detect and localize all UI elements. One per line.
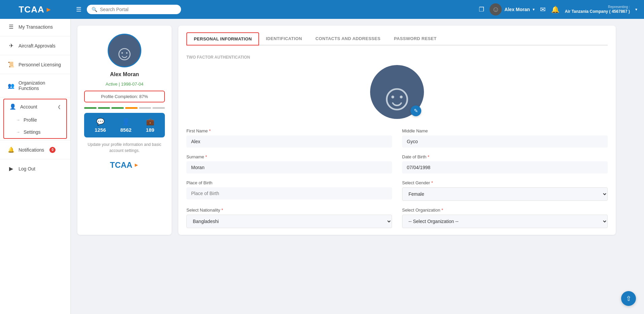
top-navigation: TCAA ► ☰ 🔍 ❐ ☺ Alex Moran ▾ ✉ 🔔 Represen…: [0, 0, 644, 19]
person-icon: 👤: [122, 118, 130, 126]
organization-select[interactable]: -- Select Organization --: [402, 215, 608, 228]
surname-label: Surname *: [186, 154, 392, 159]
sidebar-item-logout[interactable]: ▶ Log Out: [0, 161, 70, 177]
dob-group: Date of Birth *: [402, 154, 608, 174]
account-chevron-icon: ❮: [58, 104, 61, 109]
sidebar-item-notifications[interactable]: 🔔 Notifications 0: [0, 142, 70, 158]
tab-personal-information[interactable]: PERSONAL INFORMATION: [186, 32, 259, 45]
briefcase-icon: 💼: [146, 118, 154, 126]
progress-seg-4: [125, 107, 138, 109]
profile-status: Active | 1998-07-04: [106, 82, 144, 87]
nationality-select[interactable]: Bangladeshi Tanzanian Kenyan: [186, 215, 392, 228]
notifications-icon: 🔔: [8, 147, 14, 153]
profile-name: Alex Moran: [110, 71, 139, 77]
sidebar-item-aircraft-approvals[interactable]: ✈ Aircraft Approvals: [0, 38, 70, 54]
user-block[interactable]: ☺ Alex Moran ▾: [490, 3, 534, 15]
place-of-birth-input[interactable]: [186, 187, 392, 199]
menu-icon[interactable]: ☰: [71, 6, 87, 13]
tcaa-logo-text: TCAA: [110, 160, 133, 170]
scroll-to-top-button[interactable]: ⇧: [621, 291, 636, 306]
profile-card: ☺ Alex Moran Active | 1998-07-04 Profile…: [77, 26, 172, 235]
required-marker: *: [208, 128, 211, 133]
tab-password-reset[interactable]: PASSWORD RESET: [387, 32, 443, 45]
gender-group: Select Gender * Female Male Other: [402, 180, 608, 201]
profile-label: Profile: [24, 117, 37, 123]
account-label: Account: [20, 104, 37, 109]
progress-seg-3: [111, 107, 124, 109]
surname-input[interactable]: [186, 161, 392, 174]
middle-name-input[interactable]: [402, 135, 608, 148]
logout-label: Log Out: [19, 166, 35, 171]
first-name-group: First Name *: [186, 128, 392, 148]
profile-desc: Update your profile information and basi…: [84, 142, 165, 154]
org-required: *: [440, 208, 443, 213]
middle-name-label: Middle Name: [402, 128, 608, 133]
stat-item-2: 👤 8562: [120, 118, 131, 133]
fullscreen-icon[interactable]: ❐: [479, 6, 484, 13]
topnav-right: ❐ ☺ Alex Moran ▾ ✉ 🔔 Representing : Air …: [479, 3, 644, 15]
gender-label: Select Gender *: [402, 180, 608, 185]
email-icon[interactable]: ✉: [540, 5, 546, 13]
user-dropdown-icon: ▾: [533, 7, 535, 12]
bell-icon[interactable]: 🔔: [551, 5, 560, 13]
notifications-badge: 0: [49, 147, 56, 153]
logo-block: TCAA ►: [0, 0, 71, 19]
gender-required: *: [430, 180, 433, 185]
sidebar-item-settings[interactable]: → Settings: [4, 126, 66, 138]
profile-avatar: ☺: [108, 34, 141, 67]
sidebar-item-personnel-licensing[interactable]: 📜 Personnel Licensing: [0, 57, 70, 72]
chat-icon: 💬: [96, 118, 105, 126]
sidebar-item-profile[interactable]: → Profile: [4, 114, 66, 126]
progress-seg-2: [98, 107, 110, 109]
profile-arrow-icon: →: [16, 118, 20, 122]
nationality-group: Select Nationality * Bangladeshi Tanzani…: [186, 208, 392, 228]
tab-contacts-and-addresses[interactable]: CONTACTS AND ADDRESSES: [309, 32, 387, 45]
company-dropdown-icon[interactable]: ▾: [635, 7, 637, 12]
dob-input[interactable]: [402, 161, 608, 174]
avatar-section: ☺ ✎: [186, 65, 608, 119]
tab-two-factor-authentication[interactable]: TWO FACTOR AUTHENTICATION: [186, 52, 257, 60]
place-of-birth-group: Place of Birth: [186, 180, 392, 201]
user-avatar: ☺: [490, 3, 502, 15]
content-grid: ☺ Alex Moran Active | 1998-07-04 Profile…: [77, 26, 616, 235]
avatar-edit-button[interactable]: ✎: [410, 105, 421, 116]
aircraft-icon: ✈: [8, 42, 14, 49]
logo-text: TCAA: [19, 4, 44, 15]
profile-completion-box: Profile Completion: 87%: [84, 91, 165, 102]
organization-group: Select Organization * -- Select Organiza…: [402, 208, 608, 228]
personnel-icon: 📜: [8, 61, 14, 68]
form-card: PERSONAL INFORMATION IDENTIFICATION CONT…: [178, 26, 616, 235]
stat-value-1: 1256: [95, 127, 106, 133]
place-of-birth-label: Place of Birth: [186, 180, 392, 185]
sidebar-item-organization-functions[interactable]: 👥 Organization Functions: [0, 75, 70, 96]
search-input[interactable]: [100, 7, 176, 12]
dob-required: *: [426, 154, 429, 159]
tcaa-logo-block: TCAA ►: [110, 160, 139, 170]
logout-icon: ▶: [8, 165, 14, 172]
tab-identification[interactable]: IDENTIFICATION: [259, 32, 309, 45]
account-icon: 👤: [9, 103, 16, 110]
middle-name-group: Middle Name: [402, 128, 608, 148]
tcaa-logo-arrow-icon: ►: [134, 162, 139, 168]
sidebar-label-my-transactions: My Transactions: [19, 24, 53, 30]
first-name-input[interactable]: [186, 135, 392, 148]
avatar-silhouette-icon: ☺: [114, 43, 135, 63]
form-tabs: PERSONAL INFORMATION IDENTIFICATION CONT…: [186, 32, 608, 45]
sidebar-label-org-functions: Organization Functions: [19, 80, 64, 91]
sidebar: ☰ My Transactions ✈ Aircraft Approvals 📜…: [0, 19, 71, 314]
organization-label: Select Organization *: [402, 208, 608, 213]
dob-label: Date of Birth *: [402, 154, 608, 159]
sidebar-item-my-transactions[interactable]: ☰ My Transactions: [0, 19, 70, 35]
org-icon: 👥: [8, 83, 14, 89]
stat-item-1: 💬 1256: [95, 118, 106, 133]
nationality-label: Select Nationality *: [186, 208, 392, 213]
gender-select[interactable]: Female Male Other: [402, 187, 608, 201]
sidebar-account-parent[interactable]: 👤 Account ❮: [4, 99, 66, 114]
settings-label: Settings: [24, 129, 41, 135]
representing-label: Representing :: [565, 5, 630, 9]
sidebar-label-aircraft-approvals: Aircraft Approvals: [19, 43, 56, 49]
logo-arrow-icon: ►: [45, 6, 52, 13]
search-icon: 🔍: [92, 7, 97, 12]
sidebar-label-personnel-licensing: Personnel Licensing: [19, 62, 61, 67]
first-name-label: First Name *: [186, 128, 392, 133]
